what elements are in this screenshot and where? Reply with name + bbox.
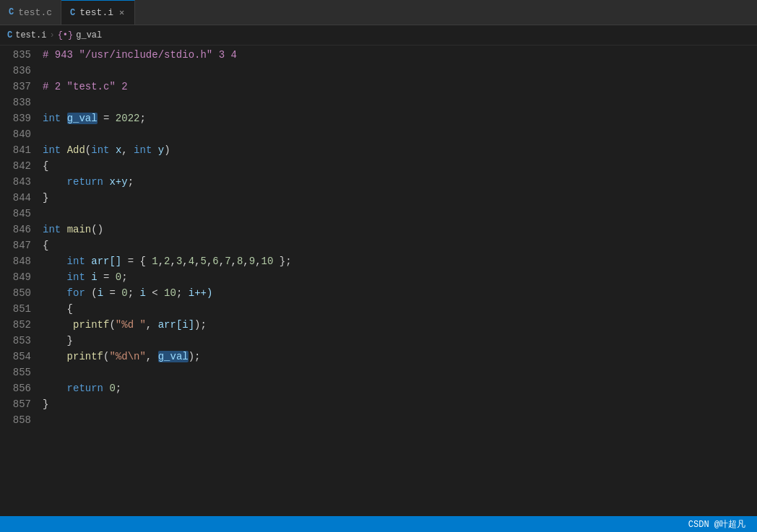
- code-content[interactable]: # 943 "/usr/include/stdio.h" 3 4 # 2 "te…: [40, 45, 757, 516]
- editor: 8358368378388398408418428438448458468478…: [0, 45, 757, 516]
- line-number: 846: [7, 222, 31, 237]
- line-number: 855: [7, 365, 31, 380]
- tab-label-test-i: test.i: [79, 7, 113, 18]
- code-line: [40, 365, 757, 380]
- line-number: 857: [7, 396, 31, 412]
- line-number: 836: [7, 63, 31, 79]
- tab-test-c[interactable]: C test.c: [0, 0, 61, 25]
- breadcrumb-sep-1: ›: [49, 30, 54, 40]
- line-number: 848: [7, 253, 31, 269]
- line-number: 849: [7, 269, 31, 285]
- line-number: 856: [7, 380, 31, 396]
- code-line: int main(): [40, 222, 757, 237]
- line-number: 847: [7, 237, 31, 253]
- code-line: int arr[] = { 1,2,3,4,5,6,7,8,9,10 };: [40, 253, 757, 269]
- line-number: 858: [7, 412, 31, 428]
- status-bar: CSDN @叶超凡: [0, 516, 757, 532]
- code-line: return 0;: [40, 380, 757, 396]
- tab-close-button[interactable]: ✕: [118, 6, 126, 19]
- breadcrumb-var-icon: {•}: [58, 30, 74, 40]
- code-line: # 2 "test.c" 2: [40, 79, 757, 95]
- code-line: printf("%d\n", g_val);: [40, 349, 757, 365]
- code-line: {: [40, 237, 757, 253]
- code-line: [40, 126, 757, 142]
- line-number: 850: [7, 285, 31, 301]
- code-line: }: [40, 333, 757, 349]
- code-line: }: [40, 190, 757, 206]
- tab-test-i[interactable]: C test.i ✕: [61, 0, 135, 25]
- code-line: # 943 "/usr/include/stdio.h" 3 4: [40, 47, 757, 63]
- line-number: 837: [7, 79, 31, 95]
- watermark-text: CSDN @叶超凡: [688, 518, 745, 531]
- code-line: for (i = 0; i < 10; i++): [40, 285, 757, 301]
- code-line: int i = 0;: [40, 269, 757, 285]
- code-line: int Add(int x, int y): [40, 142, 757, 158]
- code-area: 8358368378388398408418428438448458468478…: [0, 45, 757, 516]
- tab-label-test-c: test.c: [18, 7, 52, 18]
- line-number: 835: [7, 47, 31, 63]
- line-number: 851: [7, 301, 31, 317]
- code-line: {: [40, 158, 757, 174]
- line-number: 842: [7, 158, 31, 174]
- line-number: 853: [7, 333, 31, 349]
- c-file-icon-2: C: [70, 8, 75, 18]
- line-number: 854: [7, 349, 31, 365]
- line-number: 838: [7, 95, 31, 110]
- line-numbers: 8358368378388398408418428438448458468478…: [0, 45, 40, 516]
- code-line: [40, 412, 757, 428]
- code-line: printf("%d ", arr[i]);: [40, 317, 757, 333]
- line-number: 852: [7, 317, 31, 333]
- code-line: return x+y;: [40, 174, 757, 190]
- line-number: 839: [7, 110, 31, 126]
- code-line: [40, 63, 757, 79]
- breadcrumb: C test.i › {•} g_val: [0, 25, 757, 45]
- breadcrumb-symbol: g_val: [76, 30, 102, 40]
- c-file-icon: C: [9, 7, 14, 17]
- line-number: 845: [7, 206, 31, 222]
- code-line: int g_val = 2022;: [40, 110, 757, 126]
- code-line: }: [40, 396, 757, 412]
- code-line: {: [40, 301, 757, 317]
- line-number: 840: [7, 126, 31, 142]
- line-number: 843: [7, 174, 31, 190]
- breadcrumb-c-icon: C: [7, 30, 12, 40]
- tab-bar: C test.c C test.i ✕: [0, 0, 757, 25]
- code-line: [40, 206, 757, 222]
- breadcrumb-file: test.i: [15, 30, 46, 40]
- line-number: 841: [7, 142, 31, 158]
- line-number: 844: [7, 190, 31, 206]
- code-line: [40, 95, 757, 110]
